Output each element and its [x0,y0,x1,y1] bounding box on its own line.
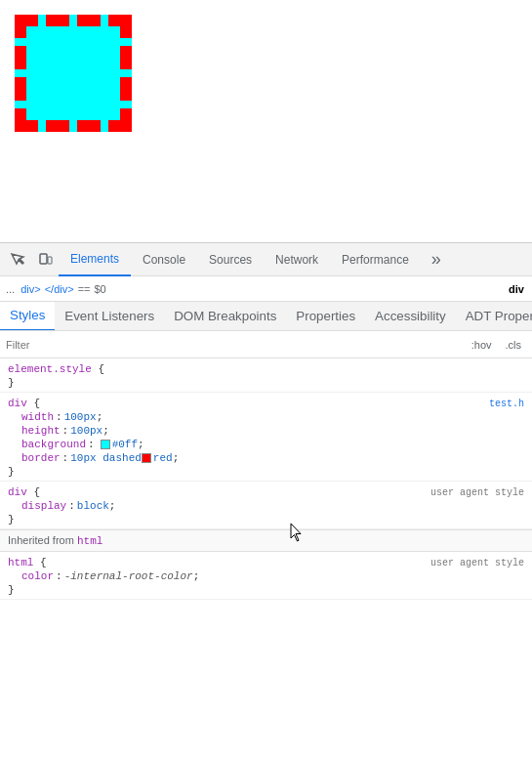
device-toolbar-button[interactable] [31,246,59,273]
filter-buttons: :hov .cls [467,336,526,354]
tab-performance[interactable]: Performance [330,243,421,276]
semicolon-border: ; [173,452,180,464]
breadcrumb-item-div2[interactable]: </div> [45,283,74,295]
background-color-swatch[interactable] [101,440,110,449]
div-selector: div { [8,398,40,409]
colon-color: : [56,570,62,582]
tab-overflow-button[interactable]: » [423,246,450,273]
element-style-close: } [0,376,532,390]
breadcrumb-dollar-zero: $0 [95,283,106,295]
prop-value-color[interactable]: -internal-root-color [64,570,193,582]
tab-sources[interactable]: Sources [197,243,264,276]
element-style-header: element.style { [0,360,532,376]
preview-area [0,0,532,242]
html-selector: html { [8,557,47,568]
html-rule-close: } [0,583,532,597]
devtools-tabs: Elements Console Sources Network Perform… [59,243,528,276]
div-rule-header: div { test.h [0,395,532,410]
breadcrumb: ... div> </div> == $0 div [0,276,532,302]
prop-name-background[interactable]: background [21,439,86,450]
style-tab-properties[interactable]: Properties [286,302,365,331]
prop-name-height[interactable]: height [21,425,61,437]
element-style-block: element.style { } [0,358,532,393]
html-rule-header: html { user agent style [0,554,532,569]
inherited-text: Inherited from [8,534,74,546]
prop-value-display[interactable]: block [77,500,109,512]
demo-box [15,15,132,132]
breadcrumb-active-item[interactable]: div [509,283,524,295]
div-useragent-selector: div { [8,486,40,498]
hov-button[interactable]: :hov [467,336,497,354]
div-ua-selector-text: div [8,486,27,498]
colon-width: : [56,411,62,423]
prop-border: border : 10px dashed red ; [0,451,532,465]
prop-value-background[interactable]: #0ff [112,439,138,450]
div-rule-block: div { test.h width : 100px ; height : 10… [0,393,532,482]
colon-height: : [62,425,69,437]
div-rule-close: } [0,465,532,479]
semicolon-color: ; [193,570,200,582]
selector-text: element.style [8,363,92,375]
devtools-panel: Elements Console Sources Network Perform… [0,242,532,757]
tab-console[interactable]: Console [131,243,197,276]
html-rule-block: html { user agent style color : -interna… [0,552,532,600]
prop-name-width[interactable]: width [21,411,54,423]
styles-panel[interactable]: element.style { } div { test.h width : 1… [0,358,532,757]
svg-rect-0 [40,254,47,264]
tab-elements[interactable]: Elements [59,243,131,276]
cls-button[interactable]: .cls [501,336,527,354]
devtools-toolbar: Elements Console Sources Network Perform… [0,243,532,276]
semicolon-height: ; [102,425,109,437]
div-useragent-block: div { user agent style display : block ;… [0,482,532,529]
colon-border: : [62,452,69,464]
div-ua-close: } [0,513,532,526]
div-selector-text: div [8,398,27,409]
prop-name-display[interactable]: display [21,500,66,512]
style-tabs: Styles Event Listeners DOM Breakpoints P… [0,302,532,331]
prop-name-border[interactable]: border [21,452,61,464]
inherited-tag[interactable]: html [77,535,102,547]
div-open-brace: { [27,398,40,409]
open-brace: { [92,363,104,375]
div-ua-open-brace: { [27,486,40,498]
style-tab-dom-breakpoints[interactable]: DOM Breakpoints [164,302,286,331]
div-rule-file[interactable]: test.h [489,399,524,409]
breadcrumb-item-div1[interactable]: div> [20,283,41,295]
prop-color: color : -internal-root-color ; [0,569,532,583]
style-tab-styles[interactable]: Styles [0,302,55,331]
border-color-swatch[interactable] [142,453,151,463]
html-useragent-label: user agent style [430,558,524,568]
style-tab-accessibility[interactable]: Accessibility [365,302,456,331]
colon-display: : [68,500,75,512]
div-useragent-header: div { user agent style [0,484,532,499]
semicolon-width: ; [97,411,103,423]
breadcrumb-eq: == [78,283,91,295]
prop-value-height[interactable]: 100px [70,425,102,437]
prop-value-width[interactable]: 100px [64,411,97,423]
prop-background: background : #0ff ; [0,438,532,451]
prop-display: display : block ; [0,499,532,513]
tab-network[interactable]: Network [264,243,330,276]
html-selector-text: html [8,557,33,568]
style-tab-adt[interactable]: ADT Properti... [456,302,532,331]
inherited-from-label: Inherited from html [0,529,532,552]
filter-row: :hov .cls [0,331,532,358]
div-useragent-label: user agent style [430,487,524,498]
semicolon-display: ; [109,500,116,512]
breadcrumb-dots: ... [6,283,15,295]
svg-rect-1 [48,257,52,264]
filter-input[interactable] [6,339,467,351]
colon-background: : [88,439,95,450]
prop-value-border-color[interactable]: red [153,452,173,464]
element-style-selector: element.style { [8,363,104,375]
style-tab-event-listeners[interactable]: Event Listeners [55,302,164,331]
semicolon-background: ; [138,439,144,450]
prop-width: width : 100px ; [0,410,532,424]
prop-value-border-part1[interactable]: 10px dashed [70,452,142,464]
inspect-element-button[interactable] [4,246,31,273]
prop-height: height : 100px ; [0,424,532,438]
html-open-brace: { [33,557,46,568]
prop-name-color[interactable]: color [21,570,54,582]
